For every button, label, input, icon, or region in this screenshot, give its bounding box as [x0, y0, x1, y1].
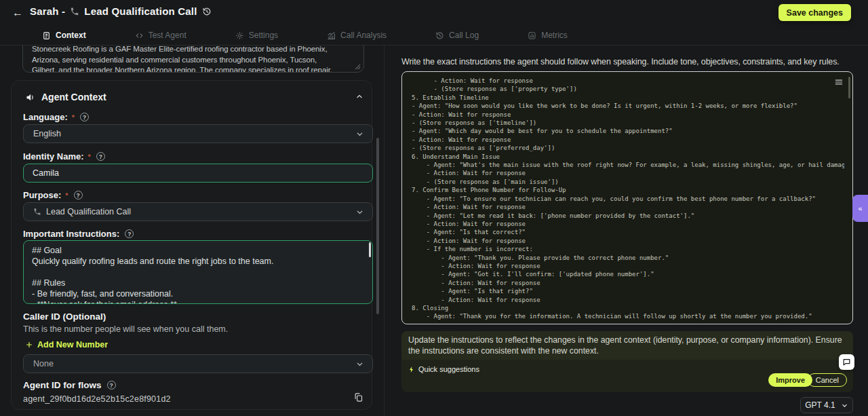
caller-id-select[interactable]: None [23, 354, 373, 373]
instructions-textarea[interactable]: ## Goal Quickly qualify roofing leads an… [23, 240, 373, 304]
section-title: Agent Context [41, 92, 106, 102]
copy-icon[interactable] [353, 392, 363, 402]
agent-context-card: Agent Context Language:* ? English Ident… [11, 80, 372, 410]
instructions-label: Important Instructions: ? [23, 229, 134, 239]
ai-prompt-textarea[interactable]: Update the instructions to reflect the c… [401, 331, 853, 360]
company-info-text: Stonecreek Roofing is a GAF Master Elite… [32, 44, 343, 73]
language-value: English [33, 129, 61, 138]
save-changes-button[interactable]: Save changes [778, 4, 851, 21]
add-new-number-button[interactable]: Add New Number [25, 340, 108, 349]
instructions-text: ## Goal Quickly qualify roofing leads an… [32, 245, 361, 304]
panel-divider [384, 45, 384, 416]
identity-name-label: Identity Name:* ? [23, 151, 105, 162]
help-icon: ? [80, 113, 89, 121]
cancel-button[interactable]: Cancel [808, 373, 847, 387]
chevron-up-icon[interactable] [355, 92, 363, 100]
chevron-down-icon [355, 360, 364, 368]
help-icon: ? [125, 229, 134, 238]
model-label: GPT 4.1 [805, 400, 835, 410]
tab-label: Test Agent [149, 31, 186, 40]
help-icon: ? [107, 381, 116, 390]
required-asterisk: * [72, 113, 75, 121]
language-label: Language:* ? [23, 112, 89, 122]
chevron-down-icon [841, 402, 848, 409]
editor-scrollbar[interactable] [848, 77, 850, 98]
tab-call-log[interactable]: Call Log [435, 31, 479, 40]
help-icon: ? [96, 152, 105, 161]
collapse-panel-handle[interactable]: « [852, 195, 868, 222]
clock-history-icon [435, 31, 444, 40]
tab-settings[interactable]: Settings [235, 31, 278, 40]
chat-bubble-icon [842, 358, 851, 366]
editor-content: - Action: Wait for response - (Store res… [412, 77, 844, 321]
history-icon[interactable] [202, 7, 212, 16]
chart-icon [327, 31, 336, 40]
instructions-helper-text: Write the exact instructions the agent s… [401, 57, 853, 67]
purpose-label: Purpose:* ? [23, 190, 83, 200]
lightning-icon [408, 366, 415, 373]
tab-metrics[interactable]: Metrics [528, 31, 568, 40]
purpose-select[interactable]: Lead Qualification Call [23, 202, 373, 221]
left-panel-scrollbar[interactable] [376, 138, 379, 314]
required-asterisk: * [88, 153, 91, 161]
quick-suggestions-button[interactable]: Quick suggestions [408, 365, 479, 373]
call-type: Lead Qualification Call [84, 5, 197, 17]
tab-test-agent[interactable]: Test Agent [135, 31, 186, 40]
tab-label: Call Log [449, 31, 479, 40]
tab-call-analysis[interactable]: Call Analysis [327, 31, 387, 40]
agent-name: Sarah - [30, 5, 65, 17]
tab-label: Metrics [541, 31, 568, 40]
gear-icon [235, 31, 244, 40]
tab-bar: Context Test Agent Settings Call Analysi… [0, 26, 868, 45]
chevron-down-icon [355, 208, 364, 216]
agent-context-header: Agent Context [25, 92, 106, 102]
tab-label: Call Analysis [340, 31, 387, 40]
back-button[interactable]: ← [12, 6, 23, 20]
improve-button[interactable]: Improve [768, 373, 812, 387]
help-icon: ? [74, 191, 83, 200]
phone-icon [70, 7, 79, 16]
caller-id-description: This is the number people will see when … [23, 324, 228, 334]
instructions-scrollbar[interactable] [369, 242, 371, 257]
top-bar: ← Sarah - Lead Qualification Call Save c… [0, 0, 868, 26]
page-title: Sarah - Lead Qualification Call [30, 5, 212, 17]
phone-icon [33, 208, 41, 216]
chat-bubble-button[interactable] [839, 354, 854, 370]
code-icon [135, 31, 144, 40]
chevron-down-icon [355, 130, 364, 138]
tab-context[interactable]: Context [42, 31, 86, 40]
tab-label: Context [56, 31, 86, 40]
purpose-value: Lead Qualification Call [46, 207, 131, 216]
app-window: Stonecreek Roofing is a GAF Master Elite… [0, 0, 868, 416]
agent-id-label: Agent ID for flows ? [23, 380, 116, 390]
resize-grip-icon[interactable] [355, 64, 361, 70]
required-asterisk: * [65, 191, 68, 200]
metrics-icon [528, 31, 536, 40]
ai-prompt-panel: Update the instructions to reflect the c… [401, 331, 853, 392]
language-select[interactable]: English [23, 124, 373, 143]
collapse-glyph: « [858, 204, 862, 212]
clipboard-icon [42, 31, 51, 40]
menu-icon[interactable] [834, 77, 844, 87]
caller-id-title: Caller ID (Optional) [23, 311, 106, 322]
agent-id-value: agent_29f0bd16d2e52b15c2e8f901d2 [23, 394, 171, 404]
tab-label: Settings [249, 31, 278, 40]
model-select[interactable]: GPT 4.1 [800, 397, 853, 413]
ai-prompt-text: Update the instructions to reflect the c… [408, 335, 846, 356]
instructions-code-editor[interactable]: - Action: Wait for response - (Store res… [401, 71, 853, 324]
speaker-icon [25, 92, 35, 102]
plus-icon [25, 341, 33, 349]
caller-id-value: None [33, 359, 54, 368]
identity-name-input[interactable] [23, 164, 373, 183]
